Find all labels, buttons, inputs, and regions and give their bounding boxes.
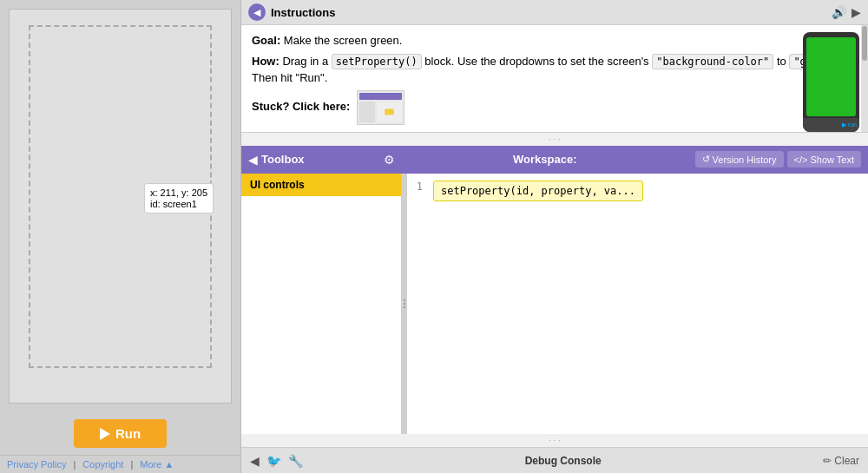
clear-button[interactable]: ✏ Clear xyxy=(823,455,859,467)
show-text-icon: </> xyxy=(794,154,808,165)
version-history-icon: ↺ xyxy=(702,154,710,165)
instructions-icons: 🔊 ▶ xyxy=(832,5,861,19)
debug-separator-dots: · · · xyxy=(241,434,868,447)
workspace-editor[interactable]: 1 setProperty(id, property, va... xyxy=(407,174,868,435)
simulator-panel: x: 211, y: 205 id: screen1 Run Privacy P… xyxy=(0,0,241,473)
set-property-block[interactable]: setProperty(id, property, va... xyxy=(433,181,643,201)
phone-footer: ▶ run xyxy=(803,118,859,132)
coordinate-tooltip: x: 211, y: 205 id: screen1 xyxy=(144,183,214,214)
goal-text: Make the screen green. xyxy=(284,34,403,47)
instructions-title: Instructions xyxy=(271,6,826,19)
instructions-body: Goal: Make the screen green. How: Drag i… xyxy=(241,25,868,132)
show-text-label: Show Text xyxy=(810,154,854,165)
line-numbers: 1 xyxy=(407,181,426,193)
instructions-back-button[interactable]: ◀ xyxy=(248,3,266,21)
phone-preview: ▶ run xyxy=(803,32,859,132)
show-text-button[interactable]: </> Show Text xyxy=(787,151,861,168)
ui-controls-label: UI controls xyxy=(250,179,305,191)
instructions-header: ◀ Instructions 🔊 ▶ xyxy=(241,0,868,25)
phone-screen-green xyxy=(806,37,856,116)
run-bar: Run xyxy=(0,412,240,455)
run-label: Run xyxy=(115,426,141,441)
version-history-button[interactable]: ↺ Version History xyxy=(695,151,784,168)
separator-dots: · · · xyxy=(241,133,868,146)
how-text2: block. Use the dropdowns to set the scre… xyxy=(424,55,652,68)
debug-back-button[interactable]: ◀ xyxy=(250,454,260,468)
right-panel: ◀ Instructions 🔊 ▶ Goal: Make the screen… xyxy=(241,0,868,473)
debug-icons: ◀ 🐦 🔧 xyxy=(250,454,303,468)
simulator-screen: x: 211, y: 205 id: screen1 xyxy=(9,9,232,404)
debug-bird-icon[interactable]: 🐦 xyxy=(266,454,281,468)
stuck-label: Stuck? Click here: xyxy=(252,100,350,113)
hint-image[interactable]: ▓▓▓ xyxy=(357,90,404,125)
stuck-line: Stuck? Click here: ▓▓▓ xyxy=(252,90,858,125)
toolbox-gear-icon[interactable]: ⚙ xyxy=(384,153,395,167)
play-instructions-button[interactable]: ▶ xyxy=(852,5,861,19)
ui-controls-item[interactable]: UI controls xyxy=(241,174,401,196)
tooltip-id: id: screen1 xyxy=(150,199,207,209)
debug-tool-icon[interactable]: 🔧 xyxy=(288,454,303,468)
toolbox-label: Toolbox xyxy=(261,153,305,166)
copyright-link[interactable]: Copyright xyxy=(82,459,123,470)
instructions-panel: ◀ Instructions 🔊 ▶ Goal: Make the screen… xyxy=(241,0,868,133)
clear-label: Clear xyxy=(834,455,859,467)
version-history-label: Version History xyxy=(713,154,777,165)
divider-dots xyxy=(404,299,405,308)
scroll-thumb xyxy=(862,26,867,61)
toolbox-section: ◀ Toolbox ⚙ xyxy=(241,146,402,174)
tooltip-coords: x: 211, y: 205 xyxy=(150,187,207,198)
toolbox-panel: UI controls xyxy=(241,174,402,435)
run-button[interactable]: Run xyxy=(74,419,167,448)
footer-sep2: | xyxy=(130,459,133,470)
workspace-bar: ◀ Toolbox ⚙ Workspace: ↺ Version History… xyxy=(241,146,868,174)
toolbox-back-button[interactable]: ◀ xyxy=(248,153,258,167)
workspace-actions: ↺ Version History </> Show Text xyxy=(688,151,868,168)
debug-label: Debug Console xyxy=(303,455,823,467)
code-area: UI controls 1 setProperty(id, property, … xyxy=(241,174,868,435)
more-link[interactable]: More ▲ xyxy=(140,459,174,470)
simulator-footer: Privacy Policy | Copyright | More ▲ xyxy=(0,455,240,473)
goal-line: Goal: Make the screen green. xyxy=(252,32,858,49)
debug-console-bar: ◀ 🐦 🔧 Debug Console ✏ Clear xyxy=(241,447,868,473)
background-color-tag: "background-color" xyxy=(652,54,773,69)
how-label: How: xyxy=(252,55,279,68)
instructions-scrollbar[interactable] xyxy=(861,25,868,132)
privacy-policy-link[interactable]: Privacy Policy xyxy=(7,459,66,470)
set-property-tag: setProperty() xyxy=(332,54,422,69)
how-text1: Drag in a xyxy=(282,55,331,68)
goal-label: Goal: xyxy=(252,34,280,47)
code-block-text: setProperty(id, property, va... xyxy=(441,185,635,197)
workspace-label: Workspace: xyxy=(402,153,688,166)
clear-icon: ✏ xyxy=(823,455,832,467)
play-icon xyxy=(100,428,110,440)
how-line: How: Drag in a setProperty() block. Use … xyxy=(252,53,858,87)
volume-button[interactable]: 🔊 xyxy=(832,5,846,19)
footer-sep1: | xyxy=(73,459,76,470)
how-text3: to xyxy=(777,55,789,68)
phone-run-label: ▶ run xyxy=(842,121,857,130)
